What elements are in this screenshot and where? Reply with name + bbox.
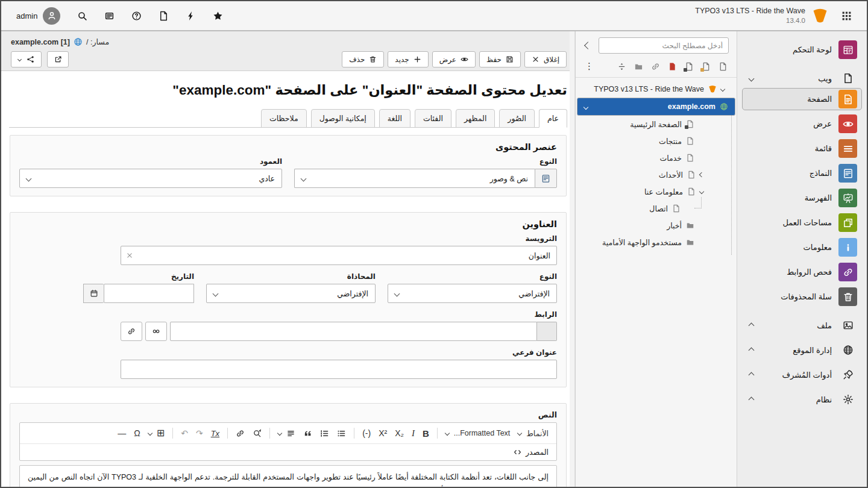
- rte-remove-format-button[interactable]: Tx: [211, 430, 219, 437]
- rte-bulleted-list-button[interactable]: [337, 429, 346, 438]
- page-module-icon: [838, 90, 857, 108]
- header-type-select[interactable]: الإفتراضي: [388, 284, 557, 303]
- rte-superscript-button[interactable]: X²: [379, 429, 387, 437]
- module-workspaces[interactable]: مساحات العمل: [742, 211, 862, 234]
- tree-node-services[interactable]: خدمات: [576, 149, 737, 166]
- module-forms[interactable]: النماذج: [742, 162, 862, 184]
- source-label[interactable]: المصدر: [526, 448, 549, 457]
- tab-language[interactable]: اللغة: [379, 109, 410, 128]
- new-link-page-drag-icon[interactable]: [668, 62, 677, 71]
- rte-undo-button[interactable]: ↶: [181, 429, 188, 437]
- content-scrollbar[interactable]: [570, 31, 575, 487]
- tree-node-news[interactable]: أخبار: [576, 217, 737, 234]
- bookmarks-button[interactable]: [206, 7, 230, 25]
- tree-search-bar: [576, 31, 737, 57]
- module-dashboard[interactable]: لوحة التحكم: [742, 39, 862, 61]
- view-button[interactable]: عرض: [432, 51, 476, 67]
- clear-icon[interactable]: [126, 252, 133, 259]
- module-group-admin-tools[interactable]: أدوات المُشرف: [742, 368, 862, 382]
- tab-accessibility[interactable]: إمكانية الوصول: [311, 109, 375, 128]
- column-select[interactable]: عادي: [19, 169, 282, 188]
- tab-categories[interactable]: الفئات: [415, 109, 451, 128]
- rte-bold-button[interactable]: B: [423, 429, 429, 438]
- rte-horizontal-rule-button[interactable]: —: [118, 429, 126, 437]
- tab-notes[interactable]: ملاحظات: [261, 109, 307, 128]
- tab-appearance[interactable]: المظهر: [456, 109, 495, 128]
- module-info[interactable]: معلومات: [742, 236, 862, 258]
- delete-button[interactable]: حذف: [342, 51, 384, 67]
- bolt-icon: [186, 11, 196, 21]
- rte-format-dropdown[interactable]: ...Formatted Text: [445, 429, 511, 437]
- source-code-icon[interactable]: [513, 448, 522, 457]
- tree-node-root[interactable]: TYPO3 v13 LTS - Ride the Wave: [576, 81, 737, 98]
- date-input[interactable]: [104, 284, 194, 303]
- apps-grid-button[interactable]: [835, 7, 858, 25]
- share-button[interactable]: [11, 51, 42, 67]
- username: admin: [16, 11, 37, 20]
- module-group-web[interactable]: ويب: [742, 71, 862, 86]
- rte-blockquote-button[interactable]: [303, 429, 312, 438]
- module-label: مساحات العمل: [782, 218, 832, 227]
- new-page-drag-icon[interactable]: [719, 62, 728, 71]
- subheader-input[interactable]: [121, 360, 557, 379]
- tree-node-events[interactable]: الأحداث: [576, 166, 737, 183]
- module-linkvalidator[interactable]: فحص الروابط: [742, 261, 862, 283]
- tree-node-home[interactable]: الصفحة الرئيسية: [576, 116, 737, 133]
- rte-link-button[interactable]: [236, 429, 245, 438]
- tree-collapse-panel-button[interactable]: [583, 41, 593, 50]
- header-align-select[interactable]: الإفتراضي: [206, 284, 376, 303]
- rte-italic-button[interactable]: I: [412, 429, 415, 438]
- module-group-site[interactable]: إدارة الموقع: [742, 343, 862, 357]
- tree-node-about[interactable]: معلومات عنا: [576, 183, 737, 200]
- tree-node-frontend-users[interactable]: مستخدمو الواجهة الأمامية: [576, 234, 737, 251]
- link-records-button[interactable]: [145, 322, 167, 341]
- breadcrumb-page[interactable]: example.com [1]: [11, 38, 70, 46]
- new-user-page-drag-icon[interactable]: [702, 62, 711, 71]
- rte-table-dropdown[interactable]: ⊞: [148, 428, 165, 438]
- documentation-button[interactable]: [152, 7, 175, 25]
- help-button[interactable]: [125, 7, 148, 25]
- save-button[interactable]: حفظ: [479, 51, 521, 67]
- link-input[interactable]: [170, 322, 537, 341]
- rings-icon: [152, 327, 160, 336]
- rte-subscript-button[interactable]: X₂: [395, 429, 404, 437]
- tab-images[interactable]: الصُور: [499, 109, 535, 128]
- rte-find-replace-button[interactable]: [253, 429, 262, 438]
- user-menu-button[interactable]: admin: [10, 4, 67, 28]
- rte-numbered-list-button[interactable]: [320, 429, 329, 438]
- clear-cache-button[interactable]: [179, 7, 203, 25]
- type-select[interactable]: نص & وصور: [294, 169, 535, 188]
- search-button[interactable]: [71, 7, 94, 25]
- tree-node-products[interactable]: منتجات: [576, 133, 737, 149]
- collapse-all-icon[interactable]: [617, 62, 626, 71]
- module-menu-toggle-button[interactable]: [98, 7, 121, 25]
- module-recycler[interactable]: سلة المحذوفات: [742, 286, 862, 308]
- link-browser-button[interactable]: [121, 322, 142, 341]
- module-group-system[interactable]: نظام: [742, 392, 862, 407]
- new-shortcut-page-drag-icon[interactable]: [685, 62, 694, 71]
- module-list[interactable]: قائمة: [742, 137, 862, 160]
- rte-content[interactable]: إلى جانب اللغات، تعد أنظمة الكتابة المخت…: [19, 465, 557, 488]
- date-picker-button[interactable]: [83, 284, 104, 303]
- tree-search-input[interactable]: [599, 37, 729, 54]
- module-group-file[interactable]: ملف: [742, 318, 862, 333]
- rte-redo-button[interactable]: ↷: [196, 429, 203, 437]
- new-button[interactable]: جديد: [388, 51, 428, 67]
- tab-general[interactable]: عام: [539, 109, 567, 128]
- new-folder-drag-icon[interactable]: [634, 62, 643, 71]
- tree-more-options-button[interactable]: ⋮: [585, 61, 594, 72]
- module-view[interactable]: عرض: [742, 113, 862, 135]
- close-button[interactable]: إغلاق: [524, 51, 567, 67]
- link-icon[interactable]: [651, 62, 660, 71]
- close-icon: [532, 55, 539, 63]
- module-page[interactable]: الصفحة: [742, 88, 862, 110]
- header-input[interactable]: [121, 246, 557, 265]
- rte-soft-hyphen-button[interactable]: (-): [362, 429, 371, 437]
- rte-styles-dropdown[interactable]: الأنماط: [518, 429, 549, 438]
- module-indexed-search[interactable]: الفهرسة: [742, 187, 862, 209]
- rte-alignment-dropdown[interactable]: [278, 429, 295, 438]
- tree-node-contact[interactable]: اتصال: [576, 200, 737, 217]
- open-in-new-window-button[interactable]: [47, 51, 69, 67]
- rte-special-char-button[interactable]: Ω: [134, 429, 140, 437]
- tree-node-example-com[interactable]: example.com: [577, 98, 735, 116]
